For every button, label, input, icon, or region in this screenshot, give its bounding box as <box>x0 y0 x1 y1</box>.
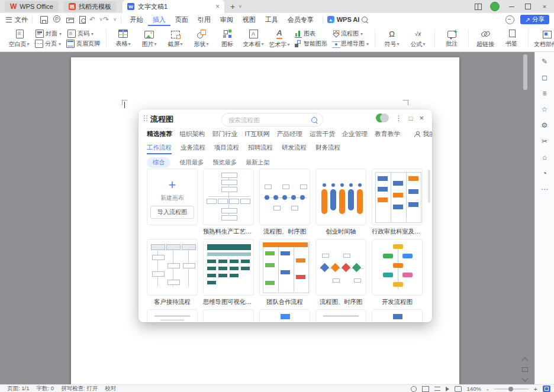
next-page-button[interactable] <box>521 375 528 381</box>
template-card-admin-approval[interactable] <box>372 169 423 225</box>
new-tab-button[interactable]: + <box>230 2 235 11</box>
zoom-in-button[interactable]: + <box>534 385 537 392</box>
undo-button[interactable]: ↶ <box>89 15 95 24</box>
export-pdf-button[interactable] <box>51 15 61 24</box>
template-card-timeline-sequence[interactable] <box>259 169 310 225</box>
redo-dropdown-icon[interactable]: ˅ <box>113 17 116 22</box>
flowchart-button[interactable]: 流程图 <box>332 30 369 38</box>
scissors-icon[interactable]: ✂ <box>540 137 549 146</box>
more-tools-icon[interactable]: ⋯ <box>540 184 549 194</box>
page-break-button[interactable]: 分页 <box>34 40 62 48</box>
template-caption[interactable]: 创业时间轴 <box>315 228 366 236</box>
frame-icon[interactable]: ◻ <box>540 73 549 82</box>
template-caption[interactable]: 团队合作流程 <box>259 298 310 306</box>
dialog-search-icon[interactable] <box>311 117 317 123</box>
smartart-button[interactable]: 智能图形 <box>295 40 327 48</box>
help-icon[interactable] <box>505 15 514 24</box>
fullscreen-icon[interactable] <box>455 386 462 392</box>
category-tab-enterprise[interactable]: 企业管理 <box>342 130 368 138</box>
share-button[interactable]: ↗ 分享 <box>520 15 549 24</box>
drag-handle-icon[interactable] <box>144 115 145 116</box>
wps-ai-button[interactable]: WPS AI <box>334 13 362 26</box>
subtab-rd-flow[interactable]: 研发流程 <box>282 144 307 154</box>
outline-view-icon[interactable] <box>434 387 440 391</box>
import-flowchart-button[interactable]: 导入流程图 <box>150 206 194 219</box>
formula-button[interactable]: √x 公式 <box>405 30 431 48</box>
template-caption[interactable]: 流程图、时序图 <box>315 298 366 306</box>
subtab-recruit-flow[interactable]: 招聘流程 <box>248 144 273 154</box>
template-card-production-process[interactable] <box>203 169 254 225</box>
bookmark-button[interactable]: 书签 <box>498 30 524 48</box>
zoom-out-button[interactable]: - <box>487 385 489 392</box>
category-tab-it[interactable]: IT互联网 <box>245 130 270 138</box>
filter-comprehensive[interactable]: 综合 <box>147 157 170 168</box>
zoom-slider[interactable] <box>494 388 529 390</box>
dialog-close-icon[interactable]: × <box>419 114 424 122</box>
template-caption[interactable]: 行政审批科室及内部流程图 <box>372 228 423 236</box>
save-button[interactable] <box>38 15 48 24</box>
spellcheck-status[interactable]: 拼写检查: 打开 <box>61 385 98 392</box>
textbox-button[interactable]: A 文本框 <box>240 30 266 48</box>
history-icon[interactable]: ◔ <box>540 169 549 178</box>
eye-protection-icon[interactable] <box>411 386 417 392</box>
dialog-search-input[interactable] <box>227 116 311 124</box>
picture-button[interactable]: 图片 <box>136 30 162 48</box>
symbol-button[interactable]: Ω 符号 <box>379 30 405 48</box>
star-icon[interactable]: ☆ <box>540 105 549 114</box>
minimize-button[interactable] <box>504 1 518 12</box>
tab-view[interactable]: 视图 <box>238 13 260 26</box>
wordart-button[interactable]: A 艺术字 <box>266 29 292 49</box>
home-icon[interactable]: ⌂ <box>540 153 549 162</box>
header-footer-button[interactable]: 页眉页脚 <box>66 40 100 48</box>
tab-reference[interactable]: 引用 <box>193 13 215 26</box>
page-select-button[interactable] <box>522 367 528 372</box>
dialog-scrollbar[interactable] <box>428 170 430 203</box>
tab-page[interactable]: 页面 <box>170 13 193 26</box>
template-card-partial[interactable] <box>147 309 198 322</box>
file-menu[interactable]: 文件 <box>15 15 28 24</box>
category-tab-education[interactable]: 教育教学 <box>375 130 400 138</box>
template-card-partial[interactable] <box>372 309 423 322</box>
list-icon[interactable]: ≡ <box>540 89 549 98</box>
hyperlink-button[interactable]: 超链接 <box>472 30 498 48</box>
read-mode-icon[interactable] <box>446 387 449 391</box>
close-tab-icon[interactable]: × <box>215 3 220 10</box>
template-card-partial[interactable] <box>203 309 254 322</box>
maximize-button[interactable] <box>521 1 535 12</box>
secondary-avatar-icon[interactable] <box>380 114 389 122</box>
tab-home[interactable]: 开始 <box>125 13 148 26</box>
template-caption[interactable]: 开发流程图 <box>372 298 423 306</box>
icon-library-button[interactable]: 图标 <box>214 30 240 48</box>
template-card-diamond-flow[interactable] <box>315 239 366 296</box>
undo-dropdown-icon[interactable]: ˅ <box>99 17 102 22</box>
gear-icon[interactable]: ⚙ <box>540 121 549 130</box>
dialog-search-box[interactable] <box>221 113 323 127</box>
category-tab-product[interactable]: 产品经理 <box>277 130 302 138</box>
redo-button[interactable]: ↷ <box>103 15 109 24</box>
subtab-finance-flow[interactable]: 财务流程 <box>315 144 340 154</box>
layout-switch-button[interactable] <box>471 1 485 12</box>
subtab-business-flow[interactable]: 业务流程 <box>181 144 205 154</box>
subtab-project-flow[interactable]: 项目流程 <box>214 144 239 154</box>
template-card-dev-flow[interactable] <box>372 239 423 296</box>
proofread-button[interactable]: 校对 <box>105 385 116 392</box>
pen-icon[interactable]: ✎ <box>540 57 549 66</box>
template-card-partial[interactable] <box>259 309 310 322</box>
word-count[interactable]: 字数: 0 <box>37 385 54 392</box>
template-card-startup-timeline[interactable] <box>315 169 366 225</box>
blank-page-button[interactable]: 空白页 <box>6 30 32 48</box>
new-canvas-card[interactable]: + 新建画布 导入流程图 <box>147 169 198 225</box>
comment-button[interactable]: 批注 <box>439 30 465 48</box>
template-card-mindmap-model[interactable] <box>203 239 254 296</box>
filter-most-previewed[interactable]: 预览最多 <box>212 158 237 167</box>
dialog-maximize-icon[interactable]: □ <box>409 115 413 122</box>
tab-insert[interactable]: 插入 <box>148 13 170 26</box>
tab-tools[interactable]: 工具 <box>260 13 283 26</box>
chart-button[interactable]: 图表 <box>295 30 327 38</box>
template-caption[interactable]: 客户接待流程 <box>147 298 198 306</box>
category-tab-industry[interactable]: 部门行业 <box>212 130 237 138</box>
filter-most-used[interactable]: 使用最多 <box>179 158 204 167</box>
template-card-customer-reception[interactable] <box>147 239 198 296</box>
tab-member[interactable]: 会员专享 <box>283 13 318 26</box>
table-button[interactable]: 表格 <box>110 30 136 48</box>
